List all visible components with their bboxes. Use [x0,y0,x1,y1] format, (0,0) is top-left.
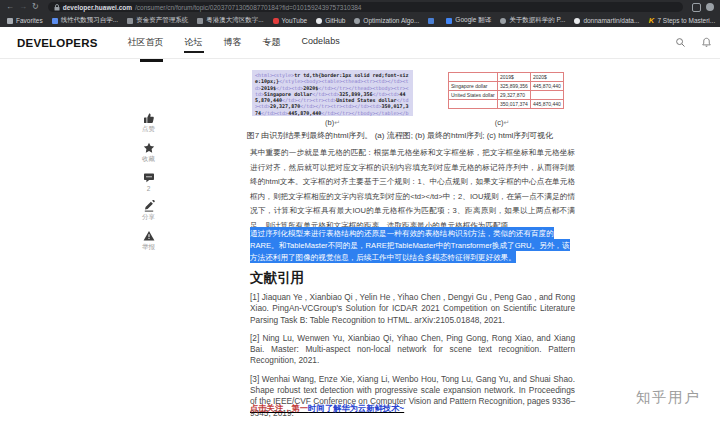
like-button[interactable]: 点赞 [142,112,155,134]
bookmark-favicon [354,18,360,24]
table-row: 2019$2020$ [449,73,564,82]
address-bar[interactable]: developer.huawei.com/consumer/cn/forum/t… [48,2,683,12]
bookmark-label: donnamartin/data... [583,17,639,24]
bookmark-favicon [197,18,203,24]
table-row: United States dollar29,327,870 [449,91,564,100]
bookmark-favicon [500,18,506,24]
extensions-icon[interactable] [692,3,701,12]
bookmark-favicon [127,18,133,24]
search-icon[interactable] [675,37,686,48]
star-icon [143,142,155,154]
figure-7-caption: 图7 由识别结果到最终的html序列。 (a) 流程图; (b) 最终的html… [235,130,565,141]
return-mark: ↵ [334,119,340,126]
browser-toolbar: ← → ↻ developer.huawei.com/consumer/cn/f… [0,0,720,14]
bookmark-label: YouTube [282,17,308,24]
warning-triangle-icon [143,230,155,242]
table-row: Singapore dollar325,899,356445,870,440 [449,82,564,91]
figure-c-caption: (c)↵ [448,118,556,127]
bookmark-favicon [316,18,322,24]
text-selection: 通过序列化模型来进行表格结构的还原是一种有效的表格结构识别方法，类似的还有百度的… [250,227,570,263]
favorite-label: 收藏 [142,155,155,164]
bookmark-favicon [273,18,279,24]
bookmark-item[interactable]: Optimization Algo... [354,17,419,24]
highlighted-paragraph: 通过序列化模型来进行表格结构的还原是一种有效的表格结构识别方法，类似的还有百度的… [250,227,575,264]
comment-bubble-icon [143,172,155,184]
article-paragraph: 其中重要的一步就是单元格的匹配：根据单元格坐标和文字框坐标，把文字框坐标和单元格… [250,146,575,234]
bookmark-item[interactable]: GitHub [316,17,345,24]
reference-item: [2] Ning Lu, Wenwen Yu, Xianbiao Qi, Yih… [250,333,575,367]
bookmark-label: 资金资产管理系统 [136,16,188,25]
bookmark-label: Google 翻译 [455,16,491,25]
nav-item[interactable]: 博客 [222,27,244,58]
bookmark-favicon [446,18,452,24]
nav-item[interactable]: 论坛 [183,27,205,58]
thumbs-up-icon [143,112,155,124]
comments-button[interactable]: 2 [143,172,155,192]
bookmarks-bar: Favorites 线性代数预习自学... 资金资产管理系统 粤港澳大湾区数字.… [0,14,720,28]
lock-icon [54,4,60,11]
bookmark-label: GitHub [325,17,345,24]
bookmark-item[interactable]: K 7 Steps to Masteri... [648,17,715,24]
zhihu-user-watermark: 知乎用户 [636,388,700,407]
nav-item[interactable]: Codelabs [300,27,342,58]
bookmark-favicon [7,18,13,24]
comment-count: 2 [147,185,151,192]
return-mark: ↵ [503,119,509,126]
figure-c-rendered-table: 2019$2020$ Singapore dollar325,899,35644… [448,72,564,109]
notification-bell-icon[interactable] [701,37,712,48]
reload-icon[interactable]: ↻ [32,0,39,14]
forward-icon[interactable]: → [19,0,27,14]
share-label: 分享 [142,213,155,222]
figure-b-html-code-image: <html><style>tr td,th{border:1px solid r… [252,70,413,116]
share-button[interactable]: 分享 [142,200,155,222]
bookmark-item[interactable]: YouTube [273,17,308,24]
report-label: 举报 [142,243,155,252]
favorite-button[interactable]: 收藏 [142,142,155,164]
bookmark-label: 关于数据科学的 P... [509,16,565,25]
bookmark-label: Favorites [16,17,43,24]
reference-item: [1] Jiaquan Ye , Xianbiao Qi , Yelin He … [250,292,575,326]
url-host: developer.huawei.com [63,4,132,11]
bookmark-favicon [52,18,58,24]
like-label: 点赞 [142,125,155,134]
flowchart-fragment [140,59,163,62]
profile-avatar[interactable] [706,3,714,11]
table-row: 350,017,374445,870,440 [449,100,564,109]
bookmark-item[interactable]: 关于数据科学的 P... [500,16,565,25]
bookmark-item[interactable]: Favorites [7,17,43,24]
bookmark-favicon: K [648,18,654,24]
bookmark-favicon [574,18,580,24]
nav-item[interactable]: 专题 [261,27,283,58]
bookmark-label: 粤港澳大湾区数字... [206,16,263,25]
bookmark-label: Optimization Algo... [363,17,419,24]
bookmark-item[interactable]: 资金资产管理系统 [127,16,188,25]
url-path: /consumer/cn/forum/topic/020370713050877… [135,4,361,11]
bookmark-item[interactable]: 粤港澳大湾区数字... [197,16,263,25]
action-rail: 点赞 收藏 2 分享 举报 [136,112,161,252]
back-icon[interactable]: ← [6,0,14,14]
pen-icon [143,200,155,212]
references-heading: 文献引用 [250,269,304,287]
bookmark-favicon [428,18,434,24]
bookmark-item[interactable]: donnamartin/data... [574,17,639,24]
figure-b-caption: (b)↵ [252,118,413,127]
site-header: DEVELOPERS 社区首页 论坛 博客 专题 Codelabs [0,27,720,59]
bookmark-item[interactable]: 线性代数预习自学... [52,16,118,25]
follow-link[interactable]: 点击关注，第一时间了解华为云新鲜技术~ [250,403,404,414]
developers-logo[interactable]: DEVELOPERS [17,37,98,49]
report-button[interactable]: 举报 [142,230,155,252]
bookmark-label: 7 Steps to Masteri... [657,17,715,24]
site-nav: 社区首页 论坛 博客 专题 Codelabs [126,27,342,58]
bookmark-label: 线性代数预习自学... [61,16,118,25]
bookmark-item[interactable]: Google 翻译 [446,16,491,25]
bookmark-item[interactable] [428,18,437,24]
nav-item[interactable]: 社区首页 [126,27,166,58]
